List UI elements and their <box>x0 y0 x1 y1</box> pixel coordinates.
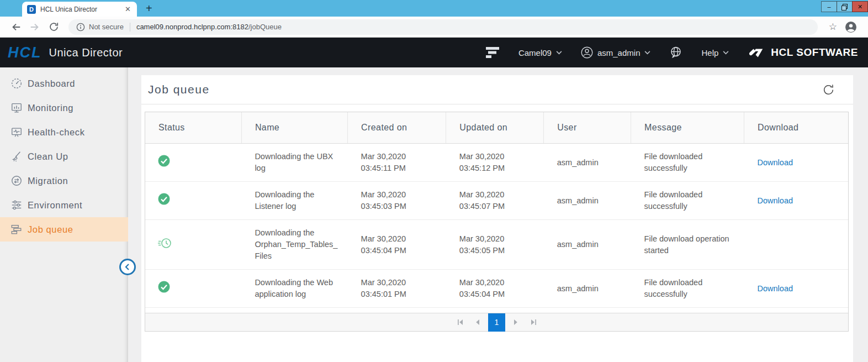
download-link[interactable]: Download <box>758 158 793 167</box>
cell-download: Download <box>744 270 848 308</box>
window-controls: – ✕ <box>822 1 868 12</box>
help-menu[interactable]: Help <box>701 48 729 57</box>
help-label: Help <box>701 48 718 57</box>
sidebar-item-migration[interactable]: Migration <box>0 169 128 193</box>
column-header-updated-on: Updated on <box>446 112 544 144</box>
sidebar-item-monitoring[interactable]: Monitoring <box>0 96 128 120</box>
app-body: DashboardMonitoringHealth-checkClean UpM… <box>0 67 868 362</box>
sidebar: DashboardMonitoringHealth-checkClean UpM… <box>0 67 128 362</box>
user-menu[interactable]: asm_admin <box>581 46 651 59</box>
page-title-bar: Job queue <box>141 75 853 104</box>
restore-icon <box>841 3 848 11</box>
bookmark-star-icon[interactable]: ☆ <box>823 21 843 33</box>
main-area: Job queue StatusNameCreated onUpdated on… <box>128 67 868 362</box>
new-tab-button[interactable]: + <box>146 3 152 14</box>
clean-up-icon <box>10 150 23 163</box>
browser-tab[interactable]: D HCL Unica Director ✕ <box>22 2 137 17</box>
table-row: Downloading the Listener logMar 30,2020 … <box>145 182 848 220</box>
column-header-download: Download <box>744 112 848 144</box>
browser-profile-button[interactable] <box>843 21 861 33</box>
tab-title: HCL Unica Director <box>40 6 124 13</box>
sidebar-item-dashboard[interactable]: Dashboard <box>0 71 128 96</box>
status-success-icon <box>158 286 170 295</box>
hcl-software-logo <box>748 46 765 59</box>
forward-button[interactable] <box>25 19 44 35</box>
current-page-button[interactable]: 1 <box>488 313 505 332</box>
sidebar-collapse-button[interactable] <box>119 259 136 275</box>
url-path: /jobQueue <box>248 23 282 31</box>
previous-page-icon <box>475 319 480 326</box>
cell-status <box>145 220 241 270</box>
info-icon <box>76 23 85 32</box>
back-button[interactable] <box>7 19 25 35</box>
user-icon <box>581 46 593 59</box>
cell-name: Downloading the Web application log <box>241 270 347 308</box>
refresh-button[interactable] <box>822 83 835 97</box>
job-queue-table: StatusNameCreated onUpdated onUserMessag… <box>145 112 848 308</box>
sidebar-item-label: Dashboard <box>28 78 75 89</box>
sidebar-item-label: Migration <box>28 176 68 186</box>
cell-user: asm_admin <box>544 220 631 270</box>
page-title: Job queue <box>148 83 210 96</box>
language-button[interactable] <box>669 46 682 59</box>
username: asm_admin <box>597 48 641 57</box>
pagination-bar: 1 <box>145 313 848 331</box>
sidebar-nav: DashboardMonitoringHealth-checkClean UpM… <box>0 71 128 242</box>
first-page-icon <box>457 319 464 326</box>
sidebar-item-clean-up[interactable]: Clean Up <box>0 144 128 169</box>
cell-name: Downloading the Listener log <box>241 182 347 220</box>
health-check-icon <box>10 125 23 139</box>
app-header: HCL Unica Director Camel09 asm_admin Hel… <box>0 38 868 67</box>
environment-name: Camel09 <box>518 48 552 57</box>
table-row: Downloading the Orphan_Temp_Tables_ File… <box>145 220 848 270</box>
tab-close-icon[interactable]: ✕ <box>124 5 132 13</box>
cell-updated: Mar 30,2020 03:45:04 PM <box>446 270 544 308</box>
chevron-down-icon <box>644 51 650 55</box>
cell-created: Mar 30,2020 03:45:01 PM <box>348 270 446 308</box>
window-close-button[interactable]: ✕ <box>852 1 868 12</box>
url-host: camel09.nonprod.hclpnp.com:8182 <box>136 23 248 31</box>
refresh-icon <box>822 83 835 97</box>
company-name: HCL SOFTWARE <box>771 46 858 59</box>
queue-shortcut-button[interactable] <box>485 46 500 59</box>
last-page-icon <box>530 319 537 326</box>
globe-icon <box>669 46 682 59</box>
sidebar-item-environment[interactable]: Environment <box>0 193 128 217</box>
security-label: Not secure <box>89 23 124 31</box>
cell-user: asm_admin <box>544 182 631 220</box>
download-link[interactable]: Download <box>758 196 793 205</box>
last-page-button[interactable] <box>526 315 541 329</box>
column-header-message: Message <box>631 112 744 144</box>
forward-arrow-icon <box>29 22 40 33</box>
sidebar-item-job-queue[interactable]: Job queue <box>0 217 128 242</box>
window-minimize-button[interactable]: – <box>821 1 837 12</box>
cell-message: File downloaded successfully <box>631 144 744 182</box>
next-page-button[interactable] <box>509 315 523 329</box>
sidebar-item-label: Monitoring <box>28 103 73 113</box>
next-page-icon <box>513 319 518 326</box>
chevron-down-icon <box>723 51 729 55</box>
column-header-name: Name <box>241 112 347 144</box>
table-row: Downloading the Web application logMar 3… <box>145 270 848 308</box>
favicon: D <box>27 5 36 14</box>
stacked-bars-icon <box>485 46 500 59</box>
sidebar-item-health-check[interactable]: Health-check <box>0 120 128 144</box>
sidebar-item-label: Clean Up <box>28 151 68 162</box>
profile-avatar-icon <box>845 21 857 33</box>
cell-status <box>145 270 241 308</box>
column-header-created-on: Created on <box>348 112 446 144</box>
cell-download: Download <box>744 144 848 182</box>
window-restore-button[interactable] <box>837 1 853 12</box>
job-queue-table-card: StatusNameCreated onUpdated onUserMessag… <box>145 112 849 332</box>
first-page-button[interactable] <box>453 315 467 329</box>
environment-selector[interactable]: Camel09 <box>518 48 562 57</box>
cell-download: Download <box>744 182 848 220</box>
download-link[interactable]: Download <box>758 284 793 293</box>
migration-icon <box>10 174 23 187</box>
reload-button[interactable] <box>44 19 63 35</box>
table-body: Downloading the UBX logMar 30,2020 03:45… <box>145 144 848 308</box>
status-success-icon <box>158 160 170 169</box>
address-bar[interactable]: Not secure camel09.nonprod.hclpnp.com:81… <box>68 19 818 35</box>
previous-page-button[interactable] <box>470 315 485 329</box>
dashboard-icon <box>10 77 23 90</box>
